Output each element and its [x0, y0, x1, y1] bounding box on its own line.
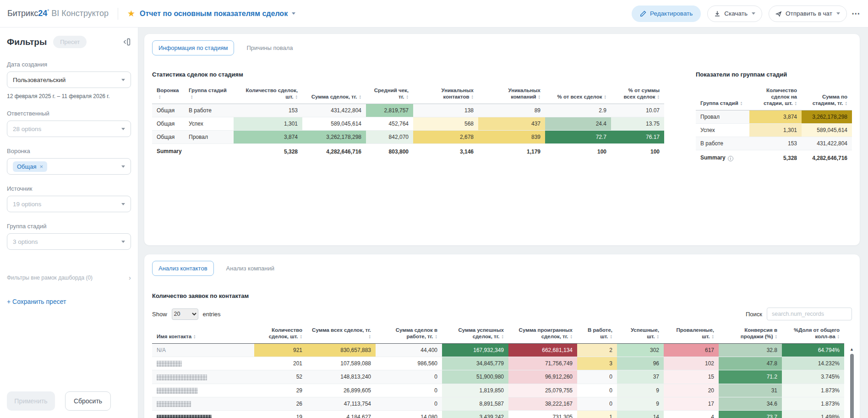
column-header[interactable]: Уникальных контактов▲▼ [413, 85, 478, 104]
preset-badge[interactable]: Пресет [53, 36, 87, 48]
search-input[interactable] [767, 308, 852, 320]
table-cell: 431,422,804 [302, 104, 366, 117]
redacted-text [157, 388, 198, 394]
funnel-chip: Общая× [13, 161, 47, 172]
table-row: N/A921830,657,88344,400167,932,349662,68… [152, 344, 844, 357]
filter-label: Воронка [7, 148, 131, 154]
table-cell: 568 [413, 117, 478, 131]
column-header[interactable]: Сумма всех сделок, тг.▲▼ [307, 325, 376, 344]
chip-remove-icon[interactable]: × [40, 163, 44, 170]
stage-group-filter-select[interactable]: 3 options [7, 233, 131, 250]
tab-stage-info[interactable]: Информация по стадиям [152, 40, 234, 55]
column-header[interactable]: Конверсия в продажи (%)▲▼ [719, 325, 782, 344]
outer-filters-label: Фильтры вне рамок дашборда (0) [7, 275, 93, 281]
column-header[interactable]: Группа стадий▲▼ [184, 85, 234, 104]
logo-text: Битрикс [7, 9, 38, 18]
outer-filters-link[interactable]: Фильтры вне рамок дашборда (0) › [7, 274, 131, 281]
edit-button-label: Редактировать [650, 10, 693, 17]
table-cell: 617 [664, 344, 719, 357]
report-title-dropdown[interactable]: Отчет по основным показателям сделок [140, 10, 295, 18]
column-header[interactable]: Сумма проигранных сделок, тг.▲▼ [508, 325, 577, 344]
table-cell: 1,301 [234, 117, 302, 131]
table-cell: 1.873% [782, 384, 844, 397]
page-size-select[interactable]: 20 [172, 308, 198, 320]
source-filter-select[interactable]: 19 options [7, 196, 131, 212]
table-cell: 1.498% [782, 411, 844, 418]
apply-button[interactable]: Применить [7, 391, 55, 411]
tab-loss-reasons[interactable]: Причины повала [240, 41, 299, 55]
scroll-up-arrow-icon[interactable]: ▲ [850, 347, 854, 352]
table-row: ОбщаяПровал3,8743,262,178,298842,0702,67… [152, 131, 664, 144]
column-header[interactable]: Успешные, шт.▲▼ [617, 325, 664, 344]
table-cell: 100 [611, 144, 664, 160]
tab-contacts-analysis[interactable]: Анализ контактов [152, 261, 214, 276]
chevron-down-icon [836, 12, 840, 15]
chevron-down-icon [292, 12, 295, 15]
column-header[interactable]: Средний чек, тг.▲▼ [366, 85, 413, 104]
responsible-filter-select[interactable]: 28 options [7, 121, 131, 137]
table-row: 52148,813,240051,900,98096,912,260037157… [152, 370, 844, 384]
column-header[interactable]: Проваленные, шт.▲▼ [664, 325, 719, 344]
filter-label: Дата создания [7, 61, 131, 68]
tab-companies-analysis[interactable]: Анализ компаний [220, 261, 280, 275]
column-header[interactable]: Уникальных компаний▲▼ [478, 85, 545, 104]
column-header[interactable]: Количество сделок, шт.▲▼ [234, 85, 302, 104]
column-header[interactable]: Сумма сделок, тг.▲▼ [302, 85, 366, 104]
funnel-filter-select[interactable]: Общая× [7, 158, 131, 175]
send-to-chat-button[interactable]: Отправить в чат [769, 6, 847, 22]
column-header[interactable]: В работе, шт.▲▼ [577, 325, 617, 344]
column-header[interactable]: Сумма сделок в работе, тг.▲▼ [376, 325, 442, 344]
table-cell: 19 [254, 411, 307, 418]
sort-icon: ▲▼ [657, 95, 660, 99]
column-header[interactable]: Имя контакта▲▼ [152, 325, 254, 344]
column-header[interactable]: Сумма успешных сделок, тг.▲▼ [442, 325, 508, 344]
filter-group-source: Источник 19 options [7, 185, 131, 212]
table-cell: 76.17 [611, 131, 664, 144]
save-preset-link[interactable]: + Сохранить пресет [7, 298, 131, 305]
column-header[interactable]: Количество сделок на стадии, шт.▲▼ [749, 85, 802, 110]
column-header[interactable]: % от всех сделок▲▼ [545, 85, 611, 104]
download-button[interactable]: Скачать [707, 6, 762, 22]
table-cell: Успех [696, 124, 749, 137]
info-icon[interactable]: i [728, 156, 733, 161]
column-header[interactable]: % от суммы всех сделок▲▼ [611, 85, 664, 104]
table-cell: В работе [184, 104, 234, 117]
sort-icon: ▲▼ [193, 335, 196, 339]
collapse-sidebar-button[interactable] [122, 38, 131, 46]
reset-button[interactable]: Сбросить [65, 391, 111, 411]
dashboard-main: Информация по стадиям Причины повала Ста… [138, 28, 868, 418]
table-cell: 148,813,240 [307, 370, 376, 384]
column-header[interactable]: Группа стадий▲▼ [696, 85, 749, 110]
table-cell: 3,439,242 [442, 411, 508, 418]
sort-icon: ▲▼ [435, 335, 437, 339]
table-cell: 1,301 [749, 124, 802, 137]
table-cell: 167,932,349 [442, 344, 508, 357]
sort-icon: ▲▼ [604, 95, 606, 99]
column-header[interactable]: %Доля от общего колл-ва▲▼ [782, 325, 844, 344]
divider [118, 8, 118, 20]
date-filter-select[interactable]: Пользовательский [7, 72, 131, 88]
table-cell: 1.873% [782, 397, 844, 410]
more-menu-icon[interactable]: ⋯ [852, 8, 861, 19]
date-filter-value: Пользовательский [13, 77, 66, 83]
favorite-star-icon[interactable]: ★ [127, 8, 135, 19]
edit-button[interactable]: Редактировать [632, 6, 701, 22]
table-cell: 1,179 [478, 144, 545, 160]
search-label: Поиск [746, 311, 762, 318]
filters-sidebar: Фильтры Пресет Дата создания Пользовател… [0, 28, 138, 418]
table-cell: Общая [152, 104, 184, 117]
column-header[interactable]: Количество сделок, шт.▲▼ [254, 325, 307, 344]
column-header[interactable]: Сумма по стадиям, тг.▲▼ [802, 85, 852, 110]
table-cell: 29 [254, 384, 307, 397]
table-cell: 8,891,587 [442, 397, 508, 410]
table-cell: 3,874 [234, 131, 302, 144]
table-cell: 14.232% [782, 357, 844, 370]
sort-icon: ▲▼ [610, 335, 612, 339]
column-header[interactable]: Воронка▲▼ [152, 85, 184, 104]
stage-groups-table: Группа стадий▲▼Количество сделок на стад… [696, 85, 852, 165]
table-cell: 830,657,883 [307, 344, 376, 357]
scrollbar-thumb[interactable] [850, 354, 854, 418]
table-cell: 589,045,614 [802, 124, 852, 137]
table-scrollbar[interactable]: ▲ [848, 347, 855, 418]
table-cell: 986,560 [376, 357, 442, 370]
